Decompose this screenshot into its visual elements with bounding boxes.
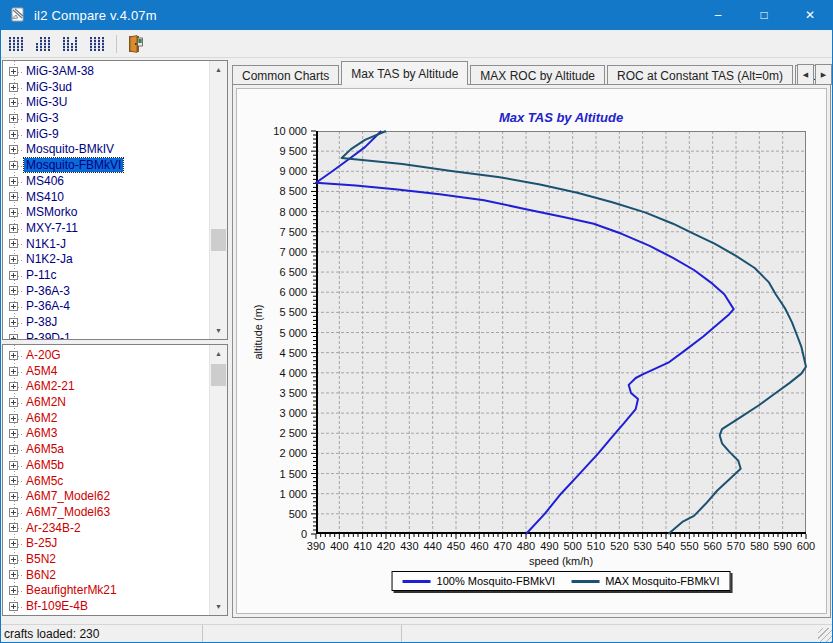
tab-scroll-right-button[interactable]: ▶ [815, 64, 832, 85]
tab-max-roc-by-altitude[interactable]: MAX ROC by Altitude [470, 65, 605, 85]
tree-item-a6m7-model63[interactable]: A6M7_Model63 [3, 505, 210, 521]
tree-item-b5n2[interactable]: B5N2 [3, 552, 210, 568]
tree-item-mig-3ud[interactable]: MiG-3ud [3, 80, 210, 96]
expand-plus-icon[interactable] [9, 414, 18, 423]
scrollbar-thumb[interactable] [211, 229, 226, 251]
tree-item-a6m5b[interactable]: A6M5b [3, 458, 210, 474]
expand-plus-icon[interactable] [9, 492, 18, 501]
expand-plus-icon[interactable] [9, 161, 18, 170]
expand-plus-icon[interactable] [9, 255, 18, 264]
chart-layout-1-button[interactable] [5, 34, 27, 54]
tree-item-a6m3[interactable]: A6M3 [3, 426, 210, 442]
tree-item-a-20g[interactable]: A-20G [3, 348, 210, 364]
scroll-up-icon[interactable]: ▲ [210, 61, 227, 78]
tree-item-mig-3[interactable]: MiG-3 [3, 111, 210, 127]
tree-item-label: A6M3 [24, 426, 59, 440]
tree-item-ms410[interactable]: MS410 [3, 190, 210, 206]
expand-plus-icon[interactable] [9, 130, 18, 139]
expand-plus-icon[interactable] [9, 98, 18, 107]
expand-plus-icon[interactable] [9, 239, 18, 248]
scrollbar-thumb[interactable] [211, 364, 226, 386]
tree-item-p-11c[interactable]: P-11c [3, 268, 210, 284]
scroll-down-icon[interactable]: ▼ [210, 598, 227, 615]
y-tick-label: 1 500 [237, 468, 307, 480]
tree-item-b-25j[interactable]: B-25J [3, 536, 210, 552]
expand-plus-icon[interactable] [9, 302, 18, 311]
chart-layout-2-button[interactable] [32, 34, 54, 54]
expand-plus-icon[interactable] [9, 382, 18, 391]
tree-item-bf-109e-4b[interactable]: Bf-109E-4B [3, 599, 210, 615]
tree-item-a6m2-21[interactable]: A6M2-21 [3, 379, 210, 395]
tree-item-mxy-7-11[interactable]: MXY-7-11 [3, 221, 210, 237]
scroll-up-icon[interactable]: ▲ [210, 345, 227, 362]
tree-item-a6m2n[interactable]: A6M2N [3, 395, 210, 411]
tree-item-label: A5M4 [24, 364, 59, 378]
tree-item-p-36a-3[interactable]: P-36A-3 [3, 284, 210, 300]
expand-plus-icon[interactable] [9, 208, 18, 217]
expand-plus-icon[interactable] [9, 271, 18, 280]
tree-item-n1k1-j[interactable]: N1K1-J [3, 237, 210, 253]
expand-plus-icon[interactable] [9, 192, 18, 201]
expand-plus-icon[interactable] [9, 286, 18, 295]
expand-plus-icon[interactable] [9, 539, 18, 548]
expand-plus-icon[interactable] [9, 67, 18, 76]
expand-plus-icon[interactable] [9, 429, 18, 438]
scroll-down-icon[interactable]: ▼ [210, 322, 227, 339]
y-tick-label: 5 500 [237, 306, 307, 318]
tree-item-p-36a-4[interactable]: P-36A-4 [3, 299, 210, 315]
tree-item-ar-234b-2[interactable]: Ar-234B-2 [3, 521, 210, 537]
tab-roc-at-constant-tas-alt-0m[interactable]: ROC at Constant TAS (Alt=0m) [607, 65, 793, 85]
tree-item-mig-3u[interactable]: MiG-3U [3, 95, 210, 111]
tree-item-mosquito-bmkiv[interactable]: Mosquito-BMkIV [3, 142, 210, 158]
tree-item-mig-9[interactable]: MiG-9 [3, 127, 210, 143]
expand-plus-icon[interactable] [9, 367, 18, 376]
expand-plus-icon[interactable] [9, 586, 18, 595]
tree-item-b6n2[interactable]: B6N2 [3, 568, 210, 584]
minimize-button[interactable]: – [695, 0, 741, 30]
expand-plus-icon[interactable] [9, 224, 18, 233]
expand-plus-icon[interactable] [9, 523, 18, 532]
expand-plus-icon[interactable] [9, 602, 18, 611]
tab-scroll-left-button[interactable]: ◀ [797, 64, 814, 85]
expand-plus-icon[interactable] [9, 461, 18, 470]
tree-item-a6m5c[interactable]: A6M5c [3, 474, 210, 490]
expand-plus-icon[interactable] [9, 318, 18, 327]
tree-item-a6m2[interactable]: A6M2 [3, 411, 210, 427]
scrollbar-top-list[interactable]: ▲ ▼ [209, 61, 227, 339]
tree-item-mosquito-fbmkvi[interactable]: Mosquito-FBMkVI [3, 158, 210, 174]
tree-item-label: MiG-3AM-38 [24, 64, 96, 78]
tree-item-n1k2-ja[interactable]: N1K2-Ja [3, 252, 210, 268]
exit-button[interactable] [123, 33, 147, 55]
maximize-button[interactable]: □ [741, 0, 787, 30]
tree-item-a5m4[interactable]: A5M4 [3, 364, 210, 380]
expand-plus-icon[interactable] [9, 555, 18, 564]
expand-plus-icon[interactable] [9, 508, 18, 517]
resize-grip[interactable] [818, 628, 832, 642]
tree-item-p-39d-1[interactable]: P-39D-1 [3, 331, 210, 339]
expand-plus-icon[interactable] [9, 334, 18, 339]
expand-plus-icon[interactable] [9, 398, 18, 407]
expand-plus-icon[interactable] [9, 351, 18, 360]
status-panel-middle [203, 625, 402, 643]
app-icon [9, 6, 27, 24]
tree-item-beaufightermk21[interactable]: BeaufighterMk21 [3, 583, 210, 599]
tree-item-a6m7-model62[interactable]: A6M7_Model62 [3, 489, 210, 505]
tree-item-msmorko[interactable]: MSMorko [3, 205, 210, 221]
tree-item-a6m5a[interactable]: A6M5a [3, 442, 210, 458]
tab-common-charts[interactable]: Common Charts [232, 65, 339, 85]
expand-plus-icon[interactable] [9, 445, 18, 454]
expand-plus-icon[interactable] [9, 177, 18, 186]
tree-item-ms406[interactable]: MS406 [3, 174, 210, 190]
chart-layout-3-button[interactable] [59, 34, 81, 54]
expand-plus-icon[interactable] [9, 114, 18, 123]
expand-plus-icon[interactable] [9, 476, 18, 485]
tree-item-mig-3am-38[interactable]: MiG-3AM-38 [3, 64, 210, 80]
expand-plus-icon[interactable] [9, 83, 18, 92]
close-button[interactable]: ✕ [787, 0, 833, 30]
expand-plus-icon[interactable] [9, 570, 18, 579]
tab-max-tas-by-altitude[interactable]: Max TAS by Altitude [341, 61, 468, 85]
scrollbar-bottom-list[interactable]: ▲ ▼ [209, 345, 227, 615]
tree-item-p-38j[interactable]: P-38J [3, 315, 210, 331]
chart-layout-4-button[interactable] [86, 34, 108, 54]
expand-plus-icon[interactable] [9, 145, 18, 154]
